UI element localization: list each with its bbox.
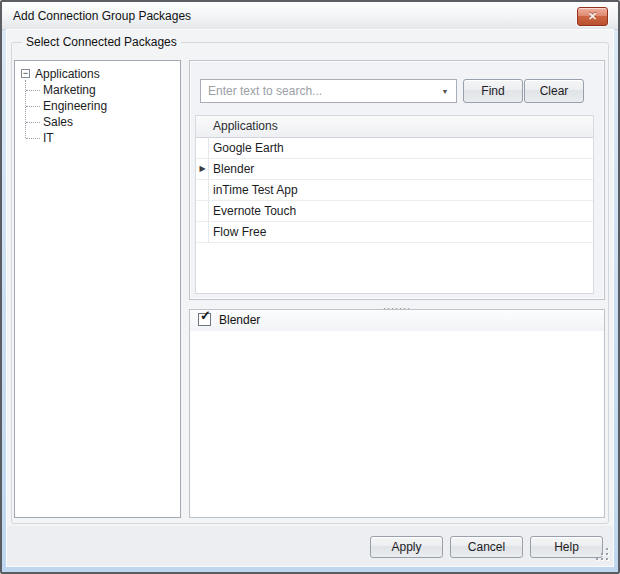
- chevron-down-icon[interactable]: ▼: [439, 87, 451, 97]
- tree-item-label: Engineering: [43, 98, 107, 114]
- grid-row-flow-free[interactable]: Flow Free: [196, 222, 593, 243]
- tree-connector-line: [26, 138, 40, 139]
- tree-item-engineering[interactable]: Engineering: [15, 98, 180, 114]
- checkbox-checked-icon[interactable]: ✓: [198, 313, 211, 326]
- dialog-body: Select Connected Packages − Applications…: [7, 30, 613, 566]
- grid-cell: Evernote Touch: [213, 201, 296, 221]
- grid-cell: Flow Free: [213, 222, 266, 242]
- splitter-handle[interactable]: ·······: [189, 300, 605, 309]
- grid-header-row[interactable]: Applications: [196, 116, 593, 138]
- current-row-arrow-icon: [196, 222, 209, 242]
- tree-item-label: Marketing: [43, 82, 96, 98]
- tree-item-marketing[interactable]: Marketing: [15, 82, 180, 98]
- tree-item-it[interactable]: IT: [15, 130, 180, 146]
- resize-grip-icon[interactable]: [595, 547, 609, 561]
- tree-item-label: IT: [43, 130, 54, 146]
- cancel-button[interactable]: Cancel: [450, 536, 523, 558]
- close-icon: ✕: [588, 10, 597, 22]
- selected-packages-list: ✓ Blender: [189, 309, 605, 518]
- package-tree: − Applications Marketing Engineering Sal…: [14, 60, 181, 518]
- tree-connector-line: [26, 90, 40, 91]
- close-button[interactable]: ✕: [577, 7, 608, 26]
- clear-button[interactable]: Clear: [524, 79, 584, 103]
- help-button[interactable]: Help: [530, 536, 603, 558]
- grid-row-google-earth[interactable]: Google Earth: [196, 138, 593, 159]
- footer: Apply Cancel Help: [7, 526, 613, 566]
- search-and-results-panel: ▼ Find Clear Applications Google Earth ▶…: [189, 60, 605, 300]
- tree-item-label: Applications: [35, 66, 100, 82]
- current-row-arrow-icon: [196, 180, 209, 200]
- tree-content: − Applications Marketing Engineering Sal…: [15, 61, 180, 146]
- apply-button[interactable]: Apply: [370, 536, 443, 558]
- find-button[interactable]: Find: [463, 79, 523, 103]
- tree-item-applications[interactable]: − Applications: [15, 66, 180, 82]
- grid-header-label: Applications: [213, 119, 278, 133]
- dialog-window: Add Connection Group Packages ✕ Select C…: [0, 0, 620, 574]
- current-row-arrow-icon: [196, 201, 209, 221]
- collapse-icon[interactable]: −: [21, 69, 30, 78]
- grid-cell: Blender: [213, 159, 254, 179]
- list-item-label: Blender: [219, 310, 260, 331]
- window-title: Add Connection Group Packages: [13, 9, 191, 23]
- group-box-label: Select Connected Packages: [22, 35, 181, 49]
- current-row-arrow-icon: ▶: [196, 159, 209, 179]
- grid-row-evernote-touch[interactable]: Evernote Touch: [196, 201, 593, 222]
- grid-row-intime-test-app[interactable]: inTime Test App: [196, 180, 593, 201]
- grid-row-blender[interactable]: ▶ Blender: [196, 159, 593, 180]
- search-input[interactable]: [200, 79, 457, 103]
- grid-cell: inTime Test App: [213, 180, 298, 200]
- grid-cell: Google Earth: [213, 138, 284, 158]
- check-mark-icon: ✓: [200, 309, 211, 322]
- tree-connector-line: [26, 106, 40, 107]
- tree-connector-line: [26, 122, 40, 123]
- title-bar[interactable]: Add Connection Group Packages ✕: [2, 2, 618, 30]
- current-row-arrow-icon: [196, 138, 209, 158]
- tree-item-label: Sales: [43, 114, 73, 130]
- list-item-blender[interactable]: ✓ Blender: [190, 310, 604, 331]
- applications-grid: Applications Google Earth ▶ Blender inTi…: [195, 115, 594, 294]
- tree-item-sales[interactable]: Sales: [15, 114, 180, 130]
